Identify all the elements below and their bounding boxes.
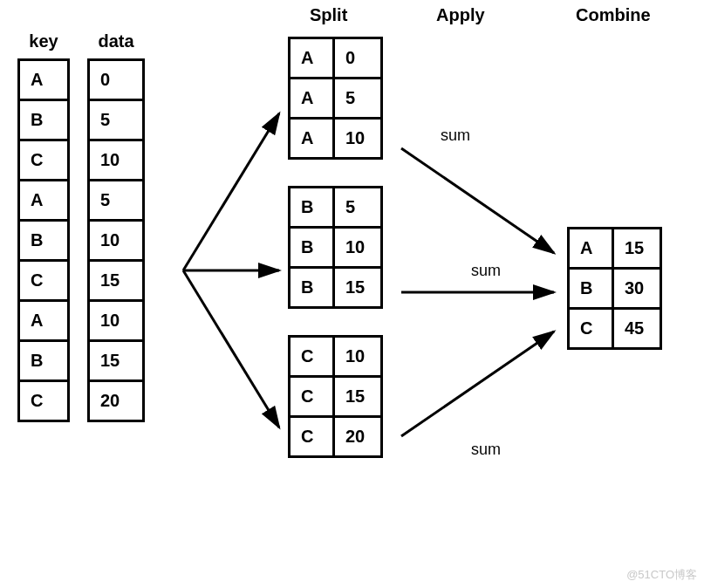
split-cell-val: 10 (332, 338, 380, 375)
split-cell-val: 0 (332, 39, 380, 77)
data-cell: 20 (90, 382, 142, 420)
key-cell: A (20, 61, 67, 99)
key-column: key A B C A B C A B C (17, 31, 70, 422)
header-key: key (29, 31, 58, 51)
split-cell-key: B (290, 269, 332, 306)
data-cell: 0 (90, 61, 142, 99)
split-cell-val: 5 (332, 79, 380, 117)
arrow-split-c (183, 270, 279, 427)
arrow-apply-a (401, 148, 554, 253)
split-cell-val: 10 (332, 229, 380, 266)
split-cell-val: 20 (332, 418, 380, 455)
combine-cell-key: B (570, 270, 612, 307)
arrow-apply-c (401, 332, 554, 436)
split-cell-key: C (290, 418, 332, 455)
key-cell: B (20, 342, 67, 379)
sum-label-a: sum (441, 126, 470, 145)
data-table: 0 5 10 5 10 15 10 15 20 (87, 58, 145, 422)
key-cell: A (20, 181, 67, 219)
combine-cell-val: 15 (612, 229, 660, 267)
key-table: A B C A B C A B C (17, 58, 70, 422)
sum-label-b: sum (471, 262, 501, 280)
data-cell: 10 (90, 222, 142, 259)
split-cell-key: C (290, 338, 332, 375)
split-cell-key: C (290, 378, 332, 415)
header-data: data (98, 31, 133, 51)
data-cell: 5 (90, 101, 142, 139)
split-cell-val: 10 (332, 120, 380, 157)
combine-table: A15 B30 C45 (567, 227, 662, 350)
split-groups: A0 A5 A10 B5 B10 B15 C10 C15 C20 (288, 37, 383, 458)
split-cell-val: 15 (332, 269, 380, 306)
header-combine: Combine (576, 5, 651, 25)
split-cell-key: A (290, 39, 332, 77)
header-apply: Apply (436, 5, 485, 25)
data-cell: 15 (90, 262, 142, 299)
split-cell-key: A (290, 120, 332, 157)
data-cell: 10 (90, 141, 142, 179)
split-group-a: A0 A5 A10 (288, 37, 383, 160)
data-cell: 5 (90, 181, 142, 219)
key-cell: A (20, 302, 67, 339)
combine-cell-val: 30 (612, 270, 660, 307)
combine-cell-key: C (570, 310, 612, 347)
data-column: data 0 5 10 5 10 15 10 15 20 (87, 31, 145, 422)
key-cell: C (20, 262, 67, 299)
split-cell-val: 5 (332, 188, 380, 226)
split-group-b: B5 B10 B15 (288, 186, 383, 309)
data-cell: 15 (90, 342, 142, 379)
key-cell: C (20, 382, 67, 420)
combine-result: A15 B30 C45 (567, 227, 662, 350)
split-group-c: C10 C15 C20 (288, 335, 383, 458)
key-cell: B (20, 222, 67, 259)
header-split: Split (310, 5, 347, 25)
sum-label-c: sum (471, 441, 501, 459)
watermark: @51CTO博客 (626, 567, 697, 583)
key-cell: B (20, 101, 67, 139)
split-cell-key: B (290, 188, 332, 226)
combine-cell-key: A (570, 229, 612, 267)
data-cell: 10 (90, 302, 142, 339)
split-cell-val: 15 (332, 378, 380, 415)
split-cell-key: B (290, 229, 332, 266)
combine-cell-val: 45 (612, 310, 660, 347)
key-cell: C (20, 141, 67, 179)
arrow-split-a (183, 113, 279, 270)
split-cell-key: A (290, 79, 332, 117)
